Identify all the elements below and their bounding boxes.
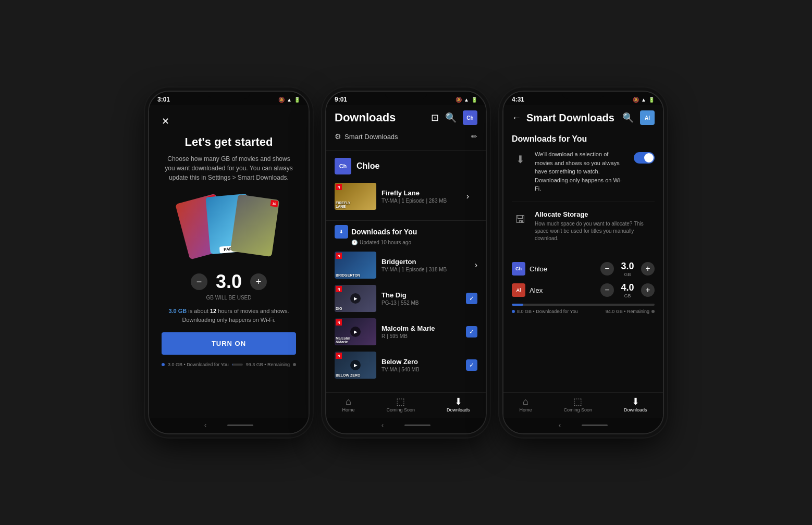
total-used-text: 8.0 GB • Downloaded for You xyxy=(517,309,578,314)
battery-icon-3: 🔋 xyxy=(648,97,655,103)
nav-downloads-3[interactable]: ⬇ Downloads xyxy=(624,397,647,413)
phone-3-main-content: Downloads for You ⬇ We'll download a sel… xyxy=(503,134,663,392)
nav-coming-soon-2[interactable]: ⬚ Coming Soon xyxy=(386,397,415,413)
decrement-button[interactable]: − xyxy=(191,273,207,290)
divider-1 xyxy=(326,150,486,151)
chloe-name-label: Chloe xyxy=(530,265,596,273)
malcolm-marie-meta: R | 595 MB xyxy=(382,333,461,339)
increment-button[interactable]: + xyxy=(250,273,267,290)
info-text: 3.0 GB is about 12 hours of movies and s… xyxy=(168,307,289,324)
home-icon-2: ⌂ xyxy=(346,397,351,406)
phone-3-header-icons: 🔍 Al xyxy=(622,110,655,125)
gb-label: GB WILL BE USED xyxy=(206,295,252,301)
smart-downloads-left[interactable]: ⚙ Smart Downloads xyxy=(335,132,398,141)
total-storage-bar xyxy=(512,304,655,306)
alex-avatar-small: Al xyxy=(512,283,525,297)
alex-plus-button[interactable]: + xyxy=(641,283,655,297)
volume-icon-3: 🔕 xyxy=(633,97,639,103)
phone-2-status-icons: 🔕 ▲ 🔋 xyxy=(456,97,477,103)
firefly-thumb-title: FIREFLYLANE xyxy=(336,201,351,209)
the-dig-check[interactable]: ✓ xyxy=(466,293,477,304)
the-dig-info: The Dig PG-13 | 552 MB xyxy=(382,291,461,306)
the-dig-title: The Dig xyxy=(382,291,461,299)
nav-coming-soon-3[interactable]: ⬚ Coming Soon xyxy=(563,397,592,413)
coming-soon-icon-3: ⬚ xyxy=(573,397,582,406)
back-button[interactable]: ← xyxy=(512,113,521,123)
phone-1-title: Let's get started xyxy=(184,135,273,149)
phone-1-notch xyxy=(208,92,250,99)
clock-icon: 🕐 xyxy=(351,240,358,245)
home-gesture-bar-2[interactable] xyxy=(404,424,430,426)
below-zero-item[interactable]: ▶ BELOW ZERO N Below Zero TV-MA | 540 MB… xyxy=(335,348,477,382)
counter-value: 3.0 xyxy=(216,271,242,293)
phone-3-status-icons: 🔕 ▲ 🔋 xyxy=(633,97,655,103)
nav-home-3[interactable]: ⌂ Home xyxy=(519,397,532,413)
dfy-feature-icon-box: ⬇ xyxy=(512,151,528,168)
alex-minus-button[interactable]: − xyxy=(600,283,614,297)
dfy-section-heading: Downloads for You xyxy=(512,134,655,144)
storage-bar xyxy=(232,364,243,366)
turn-on-button[interactable]: TURN ON xyxy=(162,332,296,355)
remaining-storage-dot xyxy=(293,363,296,366)
counter-row: − 3.0 + xyxy=(191,271,267,293)
firefly-lane-item[interactable]: FIREFLYLANE N Firefly Lane TV-MA | 1 Epi… xyxy=(335,180,477,213)
dfy-title: Downloads for You xyxy=(351,228,417,236)
malcolm-marie-item[interactable]: ▶ Malcolm&Marie N Malcolm & Marie R | 59… xyxy=(335,315,477,348)
search-icon-3[interactable]: 🔍 xyxy=(622,112,634,123)
malcolm-marie-check[interactable]: ✓ xyxy=(466,326,477,338)
profile-badge-3[interactable]: Al xyxy=(640,110,655,125)
cast-icon[interactable]: ⊡ xyxy=(431,112,439,123)
chloe-minus-button[interactable]: − xyxy=(600,262,614,276)
phone-1-bottom-gesture: ‹ xyxy=(149,418,309,433)
search-icon[interactable]: 🔍 xyxy=(445,112,457,123)
the-dig-item[interactable]: ▶ DIG N The Dig PG-13 | 552 MB ✓ xyxy=(335,282,477,315)
play-btn-dig: ▶ xyxy=(350,293,361,304)
bridgerton-item[interactable]: BRIDGERTON N Bridgerton TV-MA | 1 Episod… xyxy=(335,248,477,282)
nav-downloads-2[interactable]: ⬇ Downloads xyxy=(447,397,470,413)
gear-icon: ⚙ xyxy=(335,132,341,141)
total-bar-fill xyxy=(512,304,523,306)
used-storage-text: 3.0 GB • Downloaded for You xyxy=(168,362,229,367)
nav-home-2[interactable]: ⌂ Home xyxy=(342,397,354,413)
firefly-lane-info: Firefly Lane TV-MA | 1 Episode | 283 MB xyxy=(382,189,461,204)
bridgerton-thumb-title: BRIDGERTON xyxy=(336,273,360,278)
phone-2-time: 9:01 xyxy=(335,96,347,103)
phone-3-notch xyxy=(562,92,604,99)
home-label-3: Home xyxy=(519,407,532,413)
smart-downloads-row: ⚙ Smart Downloads ✏ xyxy=(335,129,477,144)
profile-badge[interactable]: Ch xyxy=(463,110,477,125)
alex-storage-amount: 4.0 xyxy=(621,282,634,293)
used-dot-3 xyxy=(512,310,515,313)
netflix-badge-dig: N xyxy=(336,286,342,292)
bridgerton-meta: TV-MA | 1 Episode | 318 MB xyxy=(382,267,470,272)
marie-thumb-title: Malcolm&Marie xyxy=(336,336,350,344)
below-zero-check[interactable]: ✓ xyxy=(466,359,477,371)
movie-card-3: 10 xyxy=(230,194,280,257)
total-remaining-label: 94.0 GB • Remaining xyxy=(606,309,655,314)
phone-2-bottom-gesture: ‹ xyxy=(326,418,486,433)
dfy-updated: 🕐 Updated 10 hours ago xyxy=(335,240,477,245)
back-gesture-arrow-3: ‹ xyxy=(559,421,561,429)
phone-3-header: ← Smart Downloads 🔍 Al xyxy=(503,105,663,134)
chloe-plus-button[interactable]: + xyxy=(641,262,655,276)
movie-cards-stack: N N PART 3 10 xyxy=(177,193,281,260)
bridgerton-info: Bridgerton TV-MA | 1 Episode | 318 MB xyxy=(382,258,470,272)
allocate-desc: How much space do you want to allocate? … xyxy=(535,220,655,242)
smart-downloads-title: Smart Downloads xyxy=(526,112,617,124)
chloe-avatar: Ch xyxy=(335,158,351,174)
dfy-toggle[interactable] xyxy=(634,152,655,164)
pencil-icon[interactable]: ✏ xyxy=(471,132,477,141)
bridgerton-chevron: › xyxy=(475,260,477,270)
firefly-lane-meta: TV-MA | 1 Episode | 283 MB xyxy=(382,198,461,204)
phone-3-bottom-gesture: ‹ xyxy=(503,418,663,433)
chloe-storage-row: Ch Chloe − 3.0 GB + xyxy=(512,261,655,277)
chloe-profile-row: Ch Chloe xyxy=(335,158,477,174)
the-dig-meta: PG-13 | 552 MB xyxy=(382,300,461,306)
phone-1: 3:01 🔕 ▲ 🔋 ✕ Let's get started Choose ho… xyxy=(148,91,310,434)
phone-1-time: 3:01 xyxy=(157,96,170,103)
wifi-icon-3: ▲ xyxy=(641,97,646,103)
home-gesture-bar[interactable] xyxy=(227,424,253,426)
close-button[interactable]: ✕ xyxy=(162,116,169,127)
home-icon-3: ⌂ xyxy=(523,397,528,406)
home-gesture-bar-3[interactable] xyxy=(582,424,608,426)
